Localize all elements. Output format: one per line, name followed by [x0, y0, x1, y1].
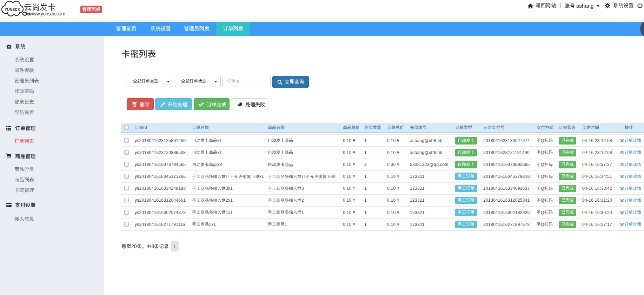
svg-text:YUNSCX: YUNSCX	[5, 7, 20, 12]
